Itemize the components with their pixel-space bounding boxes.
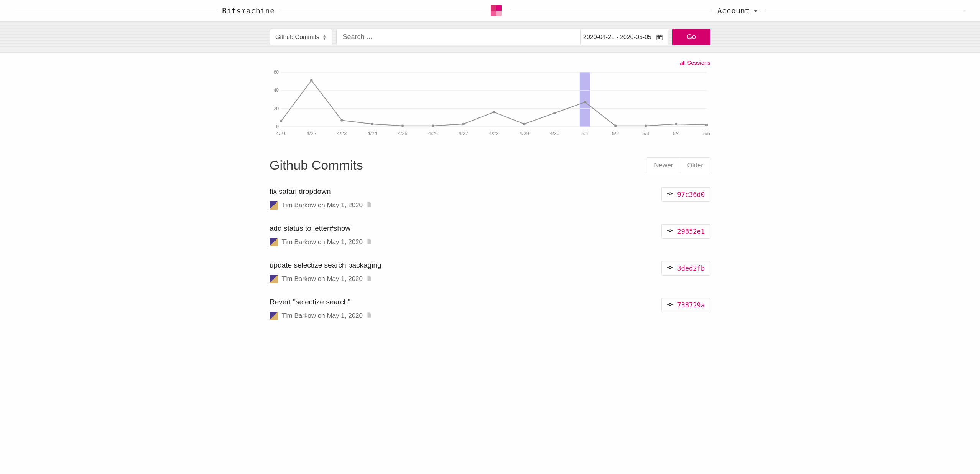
chart-ytick: 20 — [274, 106, 279, 111]
logo-icon[interactable] — [491, 5, 502, 16]
commit-icon — [667, 228, 673, 234]
brand-name[interactable]: Bitsmachine — [215, 6, 282, 15]
chart-point[interactable] — [523, 122, 525, 125]
chart-point[interactable] — [310, 79, 312, 81]
date-range-picker[interactable]: 2020-04-21 - 2020-05-05 — [581, 29, 668, 45]
list-heading: Github Commits — [270, 158, 363, 173]
commit-row: add status to letter#show Tim Barkow on … — [270, 218, 710, 255]
avatar[interactable] — [270, 238, 278, 246]
chart-point[interactable] — [371, 122, 373, 125]
sessions-link[interactable]: Sessions — [679, 59, 710, 66]
commit-meta: Tim Barkow on May 1, 2020 — [270, 238, 661, 246]
chart-point[interactable] — [401, 124, 404, 127]
filter-bar: Github Commits ▲▼ Search ... 2020-04-21 … — [0, 21, 980, 53]
newer-button[interactable]: Newer — [647, 158, 680, 173]
account-menu[interactable]: Account — [710, 6, 765, 15]
chart-point[interactable] — [462, 122, 465, 125]
bar-chart-icon — [679, 60, 685, 66]
chart-xtick: 4/27 — [459, 130, 468, 136]
commit-meta: Tim Barkow on May 1, 2020 — [270, 275, 661, 283]
commit-hash: 738729a — [677, 301, 705, 309]
chart-xtick: 4/29 — [520, 130, 529, 136]
chart-xtick: 4/24 — [367, 130, 377, 136]
commit-title[interactable]: update selectize search packaging — [270, 261, 661, 269]
calendar-icon — [656, 34, 663, 41]
search-input[interactable]: Search ... — [336, 29, 581, 45]
chart-xtick: 5/2 — [612, 130, 619, 136]
svg-rect-11 — [682, 62, 683, 65]
chart-highlight-band — [580, 72, 590, 127]
document-icon[interactable] — [367, 201, 372, 209]
sessions-link-row: Sessions — [270, 59, 710, 67]
chart-point[interactable] — [553, 112, 556, 114]
chart-point[interactable] — [675, 122, 677, 125]
svg-point-19 — [669, 266, 671, 268]
divider — [15, 11, 215, 11]
commit-title[interactable]: add status to letter#show — [270, 224, 661, 233]
divider — [511, 11, 710, 11]
chart-xtick: 4/26 — [428, 130, 438, 136]
chart-point[interactable] — [584, 101, 586, 103]
commit-icon — [667, 265, 673, 271]
avatar[interactable] — [270, 201, 278, 210]
svg-rect-7 — [658, 38, 658, 39]
commit-row: Revert "selectize search" Tim Barkow on … — [270, 292, 710, 329]
chart-point[interactable] — [280, 120, 282, 122]
chart-point[interactable] — [432, 124, 434, 127]
commit-hash: 3ded2fb — [677, 264, 705, 272]
sessions-link-label: Sessions — [687, 59, 710, 66]
pager: Newer Older — [647, 157, 710, 173]
document-icon[interactable] — [367, 238, 372, 246]
chart-xtick: 4/30 — [550, 130, 559, 136]
commit-title[interactable]: Revert "selectize search" — [270, 298, 661, 306]
commit-icon — [667, 192, 673, 197]
chart-point[interactable] — [614, 124, 617, 127]
chart-xtick: 5/1 — [582, 130, 589, 136]
commit-hash-badge[interactable]: 97c36d0 — [661, 187, 710, 202]
chart-ytick: 40 — [274, 88, 279, 93]
svg-point-22 — [669, 303, 671, 305]
commit-author-date: Tim Barkow on May 1, 2020 — [282, 312, 363, 320]
commit-meta: Tim Barkow on May 1, 2020 — [270, 312, 661, 320]
svg-rect-9 — [661, 38, 661, 39]
svg-rect-8 — [659, 38, 660, 39]
avatar[interactable] — [270, 312, 278, 320]
commit-title[interactable]: fix safari dropdown — [270, 187, 661, 196]
commit-author-date: Tim Barkow on May 1, 2020 — [282, 238, 363, 246]
commit-row: update selectize search packaging Tim Ba… — [270, 255, 710, 292]
document-icon[interactable] — [367, 312, 372, 319]
commit-row: fix safari dropdown Tim Barkow on May 1,… — [270, 181, 710, 218]
chart-xtick: 5/3 — [642, 130, 649, 136]
source-select[interactable]: Github Commits ▲▼ — [270, 29, 332, 45]
commit-author-date: Tim Barkow on May 1, 2020 — [282, 201, 363, 209]
svg-rect-12 — [683, 61, 684, 65]
chart-ytick: 60 — [274, 69, 279, 75]
chart-xtick: 4/21 — [276, 130, 286, 136]
chart-ytick: 0 — [276, 124, 279, 129]
commit-icon — [667, 302, 673, 308]
chart-xtick: 4/22 — [307, 130, 316, 136]
svg-rect-4 — [658, 37, 658, 38]
svg-rect-5 — [659, 37, 660, 38]
commit-hash-badge[interactable]: 738729a — [661, 298, 710, 312]
document-icon[interactable] — [367, 275, 372, 282]
go-button[interactable]: Go — [672, 29, 710, 45]
chart-point[interactable] — [705, 124, 708, 126]
chart-line — [281, 80, 707, 126]
commits-chart[interactable]: 02040604/214/224/234/244/254/264/274/284… — [270, 69, 710, 138]
chart-point[interactable] — [340, 119, 343, 121]
commit-hash-badge[interactable]: 29852e1 — [661, 224, 710, 239]
chart-point[interactable] — [645, 124, 647, 127]
commit-hash: 97c36d0 — [677, 191, 705, 198]
commit-hash-badge[interactable]: 3ded2fb — [661, 261, 710, 276]
list-heading-row: Github Commits Newer Older — [270, 157, 710, 173]
search-placeholder: Search ... — [343, 33, 372, 41]
older-button[interactable]: Older — [680, 158, 710, 173]
svg-point-13 — [669, 193, 671, 195]
divider — [282, 11, 482, 11]
avatar[interactable] — [270, 275, 278, 283]
date-range-label: 2020-04-21 - 2020-05-05 — [583, 34, 651, 41]
topbar: Bitsmachine Account — [0, 0, 980, 21]
chart-point[interactable] — [493, 111, 495, 113]
account-label: Account — [717, 6, 750, 15]
